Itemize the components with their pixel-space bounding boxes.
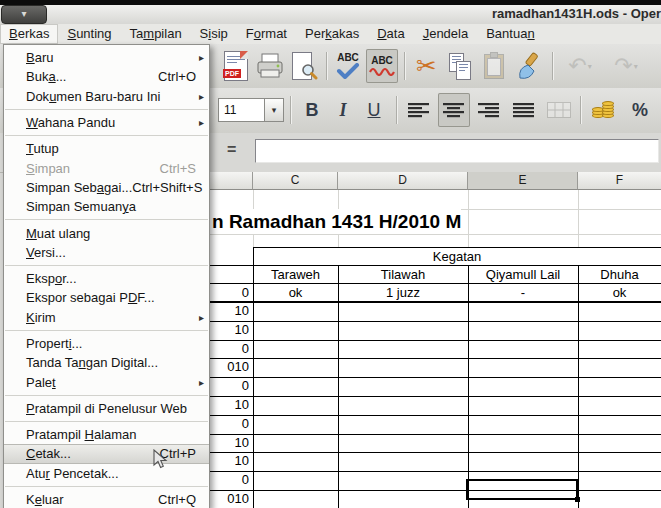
spellcheck-button[interactable]: ABC: [332, 49, 364, 83]
date-cell-fragment: 0: [210, 284, 249, 301]
menu-item-ekspor[interactable]: Ekspor...: [4, 269, 209, 288]
menu-item-simpan-semuanya[interactable]: Simpan Semuanya: [4, 197, 209, 216]
header-cell-taraweh[interactable]: Taraweh: [253, 266, 338, 283]
paste-button[interactable]: [478, 49, 510, 83]
chevron-down-icon: ▾: [21, 8, 26, 19]
column-header-b-sliver[interactable]: [210, 172, 253, 190]
justify-button[interactable]: [508, 93, 540, 127]
date-cell-fragment: 010: [210, 359, 249, 374]
menu-separator: [5, 219, 208, 220]
export-pdf-button[interactable]: PDF: [220, 49, 252, 83]
menu-item-palet[interactable]: Palet ▸: [4, 372, 209, 391]
menu-item-ekspor-sebagai-pdf[interactable]: Ekspor sebagai PDF...: [4, 288, 209, 307]
menu-item-pratampil-di-penelusur-web[interactable]: Pratampil di Penelusur Web: [4, 399, 209, 418]
merge-cells-icon: [547, 102, 571, 118]
menu-tampilan[interactable]: Tampilan: [121, 24, 191, 44]
column-header-c[interactable]: C: [253, 172, 338, 190]
menu-item-buka[interactable]: Buka... Ctrl+O: [4, 67, 209, 86]
formula-input[interactable]: [255, 139, 659, 163]
cut-button[interactable]: ✂: [410, 49, 442, 83]
bold-button[interactable]: B: [298, 93, 326, 127]
undo-dropdown-icon: ▾: [588, 62, 592, 71]
menu-item-wahana-pandu[interactable]: Wahana Pandu ▸: [4, 113, 209, 132]
title-bar: ramadhan1431H.ods - Oper: [0, 5, 661, 25]
percent-format-button[interactable]: %: [624, 93, 656, 127]
font-size-combo: 11 ▾: [218, 98, 284, 122]
menu-bantuan[interactable]: Bantuan: [477, 24, 543, 44]
menu-item-tutup[interactable]: Tutup: [4, 139, 209, 158]
align-left-button[interactable]: [403, 93, 435, 127]
gridline: [468, 190, 469, 247]
toolbar-separator: [404, 52, 405, 80]
menu-format[interactable]: Format: [237, 24, 296, 44]
merged-header-cell[interactable]: Kegatan: [253, 248, 661, 265]
font-size-input[interactable]: 11: [218, 98, 265, 122]
undo-button[interactable]: ↶ ▾: [560, 49, 600, 83]
page-preview-button[interactable]: [288, 49, 320, 83]
data-cell[interactable]: ok: [253, 284, 338, 301]
copy-button[interactable]: [444, 49, 476, 83]
menu-item-versi[interactable]: Versi...: [4, 243, 209, 262]
menu-item-kirim[interactable]: Kirim ▸: [4, 308, 209, 327]
active-cell-cursor[interactable]: [466, 479, 578, 500]
auto-spellcheck-toggle[interactable]: ABC: [366, 49, 398, 83]
menu-jendela[interactable]: Jendela: [414, 24, 478, 44]
underline-button[interactable]: U: [360, 93, 388, 127]
align-center-button[interactable]: [438, 93, 470, 127]
format-paintbrush-button[interactable]: [512, 49, 544, 83]
data-cell[interactable]: ok: [578, 284, 661, 301]
menu-sunting[interactable]: Sunting: [58, 24, 120, 44]
column-header-e[interactable]: E: [468, 172, 578, 190]
header-cell-dhuha[interactable]: Dhuha: [578, 266, 661, 283]
date-cell-fragment: 10: [210, 453, 249, 468]
menu-item-tanda-tangan-digital[interactable]: Tanda Tangan Digital...: [4, 353, 209, 372]
menu-item-atur-pencetak[interactable]: Atur Pencetak...: [4, 464, 209, 483]
table-border: [468, 265, 469, 508]
font-size-dropdown[interactable]: ▾: [265, 98, 284, 122]
date-cell-fragment: 10: [210, 322, 249, 337]
spreadsheet-grid: C D E F n Ramadhan 1431 H/2010 M Kegatan…: [210, 172, 661, 508]
data-cell[interactable]: -: [468, 284, 578, 301]
merge-cells-button[interactable]: [543, 93, 575, 127]
table-border: [578, 265, 579, 508]
print-button[interactable]: [254, 49, 286, 83]
menu-item-pratampil-halaman[interactable]: Pratampil Halaman: [4, 425, 209, 444]
data-cell[interactable]: 1 juzz: [338, 284, 468, 301]
date-cell-fragment: 0: [210, 341, 249, 356]
menu-sisip[interactable]: Sisip: [191, 24, 237, 44]
menu-item-dokumen-baru-baru-ini[interactable]: Dokumen Baru-baru Ini ▸: [4, 87, 209, 106]
menu-item-baru[interactable]: Baru ▸: [4, 48, 209, 67]
italic-button[interactable]: I: [330, 93, 356, 127]
table-border: [338, 265, 339, 508]
toolbar-separator: [580, 96, 581, 124]
gridline: [210, 234, 661, 235]
menu-data[interactable]: Data: [368, 24, 413, 44]
currency-format-button[interactable]: [588, 93, 620, 127]
menu-item-cetak[interactable]: Cetak... Ctrl+P: [4, 444, 209, 463]
fill-handle[interactable]: [575, 497, 580, 502]
redo-button[interactable]: ↷ ▾: [606, 49, 646, 83]
menu-item-keluar[interactable]: Keluar Ctrl+Q: [4, 490, 209, 508]
menu-item-muat-ulang[interactable]: Muat ulang: [4, 223, 209, 242]
window-menu-button[interactable]: ▾: [1, 5, 47, 24]
application-window: { "window": { "title": "ramadhan1431H.od…: [0, 0, 661, 508]
date-cell-fragment: 0: [210, 472, 249, 487]
column-header-d[interactable]: D: [338, 172, 468, 190]
auto-spellcheck-icon: ABC: [369, 56, 395, 76]
menu-separator: [5, 486, 208, 487]
align-left-icon: [408, 102, 430, 118]
menu-separator: [5, 109, 208, 110]
submenu-arrow-icon: ▸: [199, 91, 204, 102]
sheet-title-cell[interactable]: n Ramadhan 1431 H/2010 M: [210, 209, 461, 234]
header-cell-tilawah[interactable]: Tilawah: [338, 266, 468, 283]
submenu-arrow-icon: ▸: [199, 117, 204, 128]
menu-item-simpan-sebagai[interactable]: Simpan Sebagai... Ctrl+Shift+S: [4, 178, 209, 197]
align-right-button[interactable]: [473, 93, 505, 127]
menu-separator: [5, 421, 208, 422]
menu-berkas[interactable]: Berkas: [0, 24, 58, 44]
menu-item-properti[interactable]: Properti...: [4, 334, 209, 353]
menu-perkakas[interactable]: Perkakas: [296, 24, 368, 44]
column-header-f[interactable]: F: [578, 172, 661, 190]
header-cell-qiyamull-lail[interactable]: Qiyamull Lail: [468, 266, 578, 283]
paintbrush-icon: [514, 52, 542, 80]
